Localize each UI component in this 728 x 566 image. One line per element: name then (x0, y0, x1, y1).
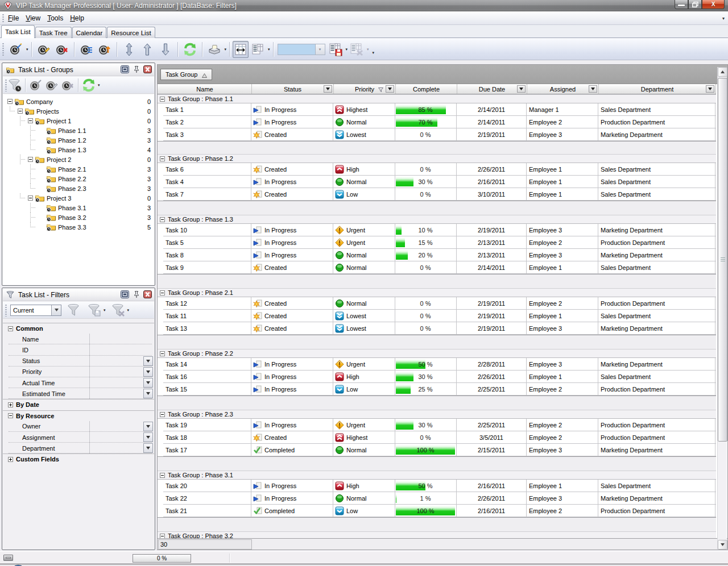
edit-group-button[interactable] (44, 77, 60, 94)
menubar-overflow-icon[interactable]: ▾ (722, 16, 725, 21)
tree-node-phase-3.2[interactable]: Phase 3.23 (3, 213, 154, 222)
task-row[interactable]: Task 5In ProgressUrgent15 %2/13/2011Empl… (163, 236, 716, 249)
task-row[interactable]: Task 12CreatedNormal0 %2/19/2011Employee… (163, 297, 716, 310)
filter-row-name[interactable]: Name (3, 334, 154, 344)
tree-node-phase-3.1[interactable]: Phase 3.13 (3, 203, 154, 213)
menu-help[interactable]: Help (67, 13, 88, 24)
task-row[interactable]: Task 16In ProgressHigh30 %2/26/2011Emplo… (163, 371, 716, 383)
filter-value-dropdown[interactable] (143, 356, 153, 366)
dropdown-arrow-icon[interactable]: ▾ (104, 308, 106, 313)
filters-toolbar-grip[interactable] (5, 304, 7, 317)
collapse-group-icon[interactable] (160, 351, 165, 356)
move-up-button[interactable] (138, 41, 156, 58)
column-filter-button[interactable] (386, 85, 394, 93)
task-row[interactable]: Task 19In ProgressUrgent30 %2/25/2011Emp… (163, 419, 716, 431)
filter-preset-dropdown-icon[interactable] (51, 305, 61, 315)
groups-panel-pin-button[interactable] (132, 65, 140, 73)
filter-group-button[interactable] (7, 77, 23, 94)
tree-node-projects[interactable]: Projects0 (3, 106, 154, 116)
scroll-thumb[interactable] (718, 78, 727, 442)
task-row[interactable]: Task 7CreatedLow0 %3/10/2011Employee 1Sa… (163, 188, 716, 201)
collapse-group-icon[interactable] (160, 534, 165, 539)
clear-filter-button[interactable] (110, 302, 126, 319)
tree-node-phase-3.3[interactable]: Phase 3.35 (3, 222, 154, 232)
tree-expander-icon[interactable] (28, 157, 33, 162)
column-header-status[interactable]: Status (252, 84, 334, 94)
filter-row-estimated-time[interactable]: Estimated Time (3, 388, 154, 399)
expand-icon[interactable] (8, 402, 13, 407)
filter-row-actual-time[interactable]: Actual Time (3, 377, 154, 388)
refresh-button[interactable] (181, 41, 199, 58)
tree-node-project-2[interactable]: Project 20 (3, 155, 154, 164)
task-row[interactable]: Task 10In ProgressUrgent10 %2/19/2011Emp… (163, 224, 716, 236)
print-button[interactable] (205, 41, 224, 58)
task-row[interactable]: Task 1In ProgressHighest85 %2/14/2011Man… (163, 103, 716, 116)
group-row[interactable]: Task Group : Phase 2.2 (158, 349, 716, 358)
tree-expander-icon[interactable] (7, 99, 13, 104)
view-filter-dropdown-icon[interactable]: ▾ (315, 44, 325, 55)
new-group-button[interactable] (28, 77, 44, 94)
group-row[interactable]: Task Group : Phase 2.3 (158, 410, 716, 419)
columns-button[interactable] (249, 41, 267, 58)
dropdown-arrow-icon[interactable]: ▾ (127, 308, 130, 313)
column-header-department[interactable]: Department (599, 84, 716, 94)
dropdown-arrow-icon[interactable]: ▾ (268, 47, 270, 52)
tree-node-project-1[interactable]: Project 10 (3, 116, 154, 126)
column-filter-button[interactable] (324, 85, 332, 93)
menubar-grip[interactable] (2, 14, 4, 23)
delete-task-button[interactable] (53, 41, 71, 58)
menu-file[interactable]: File (5, 13, 22, 24)
tab-task-list[interactable]: Task List (1, 25, 35, 38)
filter-row-id[interactable]: ID (3, 344, 154, 355)
collapse-group-icon[interactable] (160, 97, 165, 102)
scroll-up-button[interactable] (718, 67, 727, 77)
tab-resource-list[interactable]: Resource List (107, 27, 155, 38)
clear-layout-button[interactable] (348, 41, 366, 58)
minimize-button[interactable] (675, 0, 688, 9)
tree-node-project-3[interactable]: Project 30 (3, 193, 154, 203)
filter-value-dropdown[interactable] (143, 389, 153, 398)
task-row[interactable]: Task 13CreatedLowest0 %2/19/2011Employee… (163, 322, 716, 335)
filter-row-assignment[interactable]: Assignment (3, 432, 154, 443)
fit-columns-pressed-button[interactable] (233, 41, 249, 58)
filter-value-dropdown[interactable] (143, 367, 153, 377)
move-down-button[interactable] (156, 41, 175, 58)
filter-value-dropdown[interactable] (143, 443, 153, 453)
task-row[interactable]: Task 2In ProgressNormal70 %2/14/2011Empl… (163, 116, 716, 128)
collapse-icon[interactable] (8, 413, 13, 418)
maximize-button[interactable] (688, 0, 702, 9)
task-row[interactable]: Task 20In ProgressHigh50 %2/16/2011Emplo… (163, 480, 716, 492)
collapse-group-icon[interactable] (160, 156, 165, 161)
group-row[interactable]: Task Group : Phase 1.2 (158, 154, 716, 163)
menu-view[interactable]: View (22, 13, 44, 24)
tree-expander-icon[interactable] (28, 118, 33, 123)
column-header-due-date[interactable]: Due Date (457, 84, 527, 94)
task-row[interactable]: Task 21CompletedLow100 %2/16/2011Employe… (163, 505, 716, 517)
column-filter-button[interactable] (706, 85, 714, 93)
new-task-button[interactable] (7, 41, 25, 58)
column-header-priority[interactable]: Priority (334, 84, 396, 94)
filters-panel-close-button[interactable] (143, 290, 152, 298)
vertical-scrollbar[interactable] (717, 67, 727, 550)
scroll-down-button[interactable] (718, 540, 727, 550)
tree-node-phase-2.2[interactable]: Phase 2.23 (3, 174, 154, 184)
task-row[interactable]: Task 11CreatedLowest0 %2/19/2011Employee… (163, 310, 716, 322)
task-row[interactable]: Task 17CompletedNormal100 %2/15/2011Empl… (163, 444, 716, 456)
delete-group-button[interactable] (60, 77, 76, 94)
tab-calendar[interactable]: Calendar (72, 27, 107, 38)
column-filter-button[interactable] (517, 85, 526, 93)
group-row[interactable]: Task Group : Phase 1.1 (158, 94, 716, 103)
column-header-assigned[interactable]: Assigned (527, 84, 599, 94)
filter-row-owner[interactable]: Owner (3, 421, 154, 432)
filter-value-dropdown[interactable] (143, 422, 153, 431)
collapse-group-icon[interactable] (160, 473, 165, 478)
duplicate-task-button[interactable] (77, 41, 96, 58)
collapse-icon[interactable] (8, 326, 13, 331)
dropdown-arrow-icon[interactable]: ▾ (367, 47, 369, 52)
task-row[interactable]: Task 22In ProgressNormal1 %2/26/2011Empl… (163, 492, 716, 505)
tree-node-phase-1.3[interactable]: Phase 1.34 (3, 145, 154, 155)
close-button[interactable]: X (702, 0, 725, 9)
move-task-up-button[interactable] (96, 41, 114, 58)
dropdown-arrow-icon[interactable]: ▾ (26, 47, 28, 52)
column-filter-button[interactable] (589, 85, 597, 93)
